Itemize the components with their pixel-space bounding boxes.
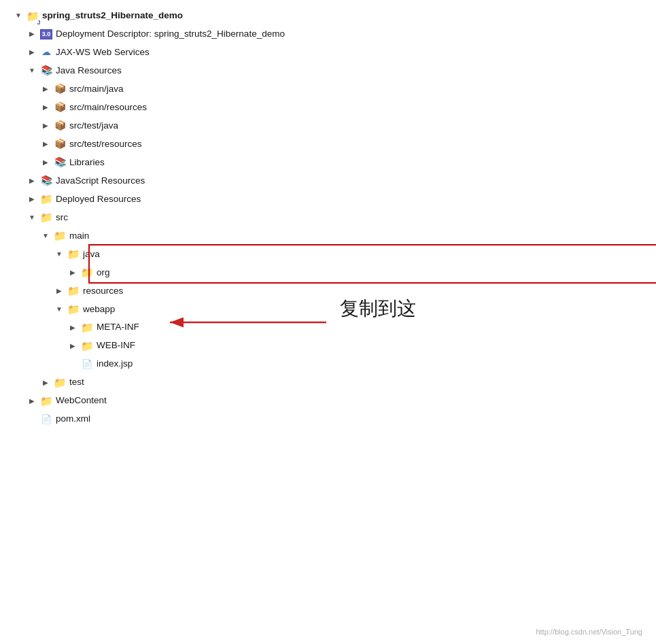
- expander-resources[interactable]: ▶: [54, 286, 64, 296]
- icon-folder: 📁: [67, 286, 80, 296]
- label-src-main-java: src/main/java: [69, 81, 124, 98]
- label-pom-xml: pom.xml: [56, 411, 90, 428]
- icon-libraries: 📚: [53, 157, 67, 168]
- tree-item-src-test-resources[interactable]: ▶📦src/test/resources: [41, 135, 656, 154]
- tree-item-src[interactable]: ▼📁src: [27, 209, 656, 227]
- icon-folder: 📁: [67, 304, 80, 315]
- label-main: main: [69, 228, 89, 245]
- expander-java-resources[interactable]: ▼: [27, 66, 37, 75]
- label-root: spring_struts2_Hibernate_demo: [42, 7, 183, 24]
- label-webapp: webapp: [83, 301, 115, 318]
- icon-file: 📄: [80, 359, 94, 370]
- expander-index-jsp: [68, 360, 77, 369]
- icon-folder: 📁: [39, 212, 53, 223]
- tree-item-org[interactable]: ▶📁org: [68, 264, 656, 282]
- icon-folder: 📁: [80, 322, 94, 333]
- label-org: org: [97, 265, 110, 282]
- label-jaxws: JAX-WS Web Services: [56, 44, 150, 61]
- expander-meta-inf[interactable]: ▶: [68, 323, 77, 333]
- icon-java-project: 📁J: [26, 10, 39, 21]
- label-test: test: [69, 374, 84, 391]
- tree-item-pom-xml[interactable]: 📄pom.xml: [27, 410, 656, 428]
- label-src: src: [56, 209, 68, 226]
- icon-package: 📦: [53, 84, 67, 95]
- expander-jaxws[interactable]: ▶: [27, 48, 37, 57]
- icon-folder: 📁: [67, 249, 80, 260]
- expander-src-main-resources[interactable]: ▶: [41, 103, 50, 112]
- icon-folder: 📁: [53, 377, 67, 388]
- icon-pom: 📄: [39, 414, 53, 425]
- watermark: http://blog.csdn.net/Vision_Tung: [536, 628, 642, 636]
- tree-item-deployed-resources[interactable]: ▶📁Deployed Resources: [27, 190, 656, 209]
- label-src-test-java: src/test/java: [69, 118, 118, 135]
- expander-deployment-descriptor[interactable]: ▶: [27, 29, 37, 39]
- icon-folder: 📁: [80, 341, 94, 352]
- expander-web-inf[interactable]: ▶: [68, 341, 77, 351]
- label-resources: resources: [83, 283, 123, 300]
- tree-item-js-resources[interactable]: ▶📚JavaScript Resources: [27, 172, 656, 190]
- tree-item-java[interactable]: ▼📁java: [54, 245, 656, 264]
- icon-js-resources: 📚: [39, 175, 53, 186]
- tree-item-root[interactable]: ▼📁Jspring_struts2_Hibernate_demo: [14, 7, 656, 25]
- project-tree: ▼📁Jspring_struts2_Hibernate_demo▶3.0Depl…: [0, 0, 656, 435]
- tree-item-deployment-descriptor[interactable]: ▶3.0Deployment Descriptor: spring_struts…: [27, 25, 656, 44]
- label-deployment-descriptor: Deployment Descriptor: spring_struts2_Hi…: [56, 26, 285, 43]
- label-webcontent: WebContent: [56, 392, 107, 409]
- icon-deployed: 📁: [39, 194, 53, 205]
- icon-descriptor: 3.0: [39, 29, 53, 39]
- label-src-test-resources: src/test/resources: [69, 136, 142, 153]
- label-meta-inf: META-INF: [97, 319, 139, 336]
- tree-item-src-main-resources[interactable]: ▶📦src/main/resources: [41, 99, 656, 117]
- annotation-label: 复制到这: [340, 296, 416, 322]
- expander-pom-xml: [27, 415, 37, 424]
- tree-item-jaxws[interactable]: ▶☁JAX-WS Web Services: [27, 44, 656, 62]
- expander-root[interactable]: ▼: [14, 11, 23, 20]
- expander-org[interactable]: ▶: [68, 268, 77, 277]
- expander-webcontent[interactable]: ▶: [27, 396, 37, 406]
- expander-test[interactable]: ▶: [41, 378, 50, 388]
- icon-folder: 📁: [53, 231, 67, 241]
- expander-java[interactable]: ▼: [54, 250, 64, 259]
- label-index-jsp: index.jsp: [97, 356, 133, 373]
- expander-src-test-resources[interactable]: ▶: [41, 139, 50, 149]
- tree-item-java-resources[interactable]: ▼📚Java Resources: [27, 62, 656, 80]
- icon-jaxws: ☁: [39, 47, 53, 58]
- label-java: java: [83, 246, 100, 263]
- tree-item-index-jsp[interactable]: 📄index.jsp: [68, 355, 656, 373]
- expander-deployed-resources[interactable]: ▶: [27, 194, 37, 204]
- icon-java-resources: 📚: [39, 65, 53, 76]
- expander-webapp[interactable]: ▼: [54, 305, 64, 314]
- expander-js-resources[interactable]: ▶: [27, 176, 37, 186]
- annotation-arrow: [163, 310, 340, 337]
- icon-folder: 📁: [39, 396, 53, 407]
- tree-item-web-inf[interactable]: ▶📁WEB-INF: [68, 337, 656, 355]
- tree-item-main[interactable]: ▼📁main: [41, 227, 656, 245]
- label-web-inf: WEB-INF: [97, 337, 135, 354]
- tree-item-test[interactable]: ▶📁test: [41, 373, 656, 392]
- icon-package: 📦: [53, 139, 67, 150]
- label-src-main-resources: src/main/resources: [69, 99, 147, 116]
- icon-folder: 📁: [80, 267, 94, 278]
- icon-package: 📦: [53, 120, 67, 131]
- tree-item-libraries[interactable]: ▶📚Libraries: [41, 154, 656, 172]
- label-libraries: Libraries: [69, 154, 105, 171]
- expander-src-test-java[interactable]: ▶: [41, 121, 50, 131]
- tree-item-webcontent[interactable]: ▶📁WebContent: [27, 392, 656, 410]
- tree-item-src-test-java[interactable]: ▶📦src/test/java: [41, 117, 656, 135]
- tree-item-src-main-java[interactable]: ▶📦src/main/java: [41, 80, 656, 99]
- expander-src-main-java[interactable]: ▶: [41, 84, 50, 94]
- expander-main[interactable]: ▼: [41, 231, 50, 241]
- expander-src[interactable]: ▼: [27, 213, 37, 222]
- label-deployed-resources: Deployed Resources: [56, 191, 141, 208]
- icon-package: 📦: [53, 102, 67, 113]
- label-js-resources: JavaScript Resources: [56, 173, 145, 190]
- expander-libraries[interactable]: ▶: [41, 158, 50, 167]
- label-java-resources: Java Resources: [56, 63, 122, 80]
